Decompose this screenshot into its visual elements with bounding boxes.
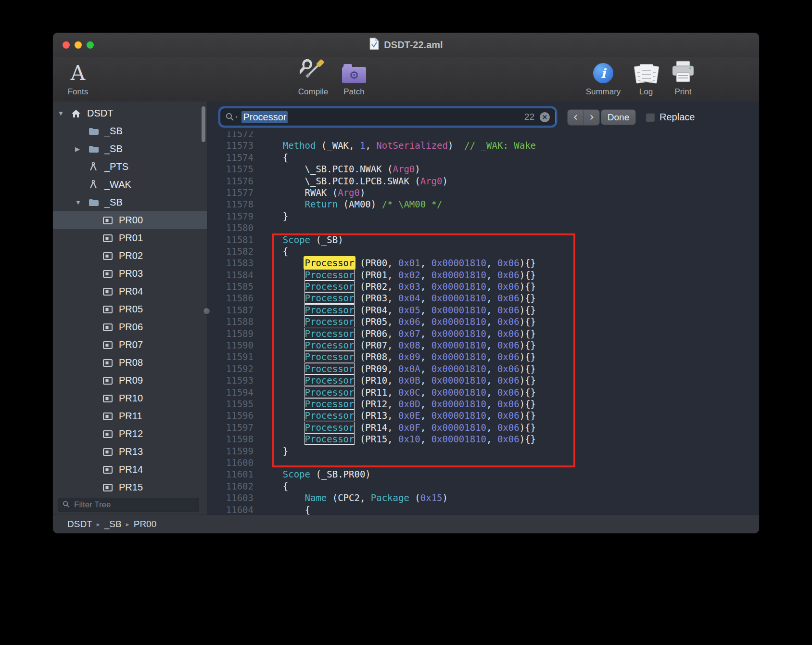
code-token: , bbox=[486, 410, 497, 421]
print-button[interactable]: Print bbox=[665, 59, 701, 97]
code-text[interactable]: \_SB.PCI0.NWAK (Arg0) bbox=[254, 163, 420, 175]
tree-item-sb[interactable]: ▼_SB bbox=[53, 194, 207, 211]
tree-item-pr09[interactable]: PR09 bbox=[53, 372, 207, 389]
tree-item-pr03[interactable]: PR03 bbox=[53, 265, 207, 283]
code-text[interactable]: { bbox=[254, 504, 310, 516]
clear-search-button[interactable]: ✕ bbox=[540, 112, 550, 122]
tree-item-dsdt[interactable]: ▼DSDT bbox=[53, 104, 207, 122]
code-text[interactable]: Processor (PR01, 0x02, 0x00001810, 0x06)… bbox=[254, 269, 536, 281]
tree-item-sb[interactable]: ▶_SB bbox=[53, 140, 207, 158]
code-text[interactable]: } bbox=[254, 445, 288, 457]
splitter-handle[interactable] bbox=[203, 308, 210, 315]
code-token: ){} bbox=[520, 305, 536, 315]
code-text[interactable]: Processor (PR14, 0x0F, 0x00001810, 0x06)… bbox=[254, 422, 536, 433]
disclosure-triangle[interactable]: ▶ bbox=[75, 145, 89, 153]
code-text[interactable]: { bbox=[254, 245, 288, 257]
code-token: (PR06, bbox=[354, 328, 398, 339]
code-text[interactable]: Processor (PR04, 0x05, 0x00001810, 0x06)… bbox=[254, 304, 536, 316]
filter-field[interactable] bbox=[58, 498, 199, 512]
next-match-button[interactable]: › bbox=[584, 110, 599, 125]
tree-item-pr01[interactable]: PR01 bbox=[53, 229, 207, 247]
log-label: Log bbox=[630, 87, 662, 97]
code-text[interactable]: Processor (PR02, 0x03, 0x00001810, 0x06)… bbox=[254, 281, 536, 292]
code-text[interactable]: Processor (PR03, 0x04, 0x00001810, 0x06)… bbox=[254, 292, 536, 304]
tree-item-sb[interactable]: _SB bbox=[53, 122, 207, 140]
code-token: , bbox=[486, 281, 497, 292]
done-button[interactable]: Done bbox=[601, 109, 636, 125]
code-token: 0x0A bbox=[398, 363, 420, 374]
code-text[interactable]: Processor (PR10, 0x0B, 0x00001810, 0x06)… bbox=[254, 374, 536, 386]
tree-item-pr12[interactable]: PR12 bbox=[53, 425, 207, 443]
code-line: 11581 Scope (_SB) bbox=[207, 234, 759, 245]
minimize-window-button[interactable] bbox=[75, 41, 82, 49]
filter-tree-input[interactable] bbox=[73, 500, 194, 510]
search-query-text: Processor bbox=[241, 111, 288, 123]
zoom-window-button[interactable] bbox=[87, 41, 94, 49]
code-text[interactable]: Processor (PR09, 0x0A, 0x00001810, 0x06)… bbox=[254, 363, 536, 374]
tree-item-pr13[interactable]: PR13 bbox=[53, 443, 207, 461]
code-text[interactable] bbox=[254, 131, 261, 140]
disclosure-triangle[interactable]: ▼ bbox=[58, 110, 71, 117]
tree-item-pts[interactable]: _PTS bbox=[53, 158, 207, 176]
line-number: 11589 bbox=[207, 328, 254, 339]
breadcrumb-item[interactable]: DSDT bbox=[67, 519, 92, 529]
code-text[interactable]: } bbox=[254, 210, 288, 222]
code-text[interactable]: Return (AM00) /* \AM00 */ bbox=[254, 198, 443, 210]
search-match-count: 22 bbox=[524, 112, 534, 122]
code-token bbox=[261, 293, 305, 303]
code-text[interactable]: Processor (PR11, 0x0C, 0x00001810, 0x06)… bbox=[254, 387, 536, 398]
code-area[interactable]: 1157211573 Method (_WAK, 1, NotSerialize… bbox=[207, 131, 759, 515]
tree-item-pr08[interactable]: PR08 bbox=[53, 354, 207, 372]
code-text[interactable] bbox=[254, 457, 261, 468]
replace-checkbox[interactable] bbox=[646, 113, 655, 122]
code-text[interactable]: Name (CPC2, Package (0x15) bbox=[254, 492, 448, 503]
previous-match-button[interactable]: ‹ bbox=[568, 110, 584, 125]
code-token: (PR04, bbox=[354, 305, 398, 315]
log-button[interactable]: Log bbox=[630, 59, 662, 97]
tree-item-pr07[interactable]: PR07 bbox=[53, 336, 207, 354]
close-window-button[interactable] bbox=[63, 41, 70, 49]
code-text[interactable]: Processor (PR06, 0x07, 0x00001810, 0x06)… bbox=[254, 328, 536, 339]
code-text[interactable]: \_SB.PCI0.LPCB.SWAK (Arg0) bbox=[254, 175, 448, 187]
tree-item-pr11[interactable]: PR11 bbox=[53, 407, 207, 425]
code-text[interactable]: Processor (PR13, 0x0E, 0x00001810, 0x06)… bbox=[254, 410, 536, 421]
tree-item-pr15[interactable]: PR15 bbox=[53, 478, 207, 496]
code-text[interactable]: Scope (_SB.PR00) bbox=[254, 468, 371, 480]
sidebar-scrollbar-thumb[interactable] bbox=[202, 106, 205, 142]
title-bar[interactable]: DSDT-22.aml bbox=[53, 33, 759, 57]
breadcrumb-item[interactable]: _SB bbox=[104, 519, 122, 529]
tree-item-wak[interactable]: _WAK bbox=[53, 176, 207, 194]
code-token: /* \AM00 */ bbox=[382, 199, 443, 209]
code-text[interactable]: Processor (PR08, 0x09, 0x00001810, 0x06)… bbox=[254, 351, 536, 362]
code-text[interactable]: { bbox=[254, 152, 288, 163]
fonts-button[interactable]: A Fonts bbox=[58, 59, 98, 97]
disclosure-triangle[interactable]: ▼ bbox=[75, 199, 89, 206]
code-text[interactable]: Processor (PR07, 0x08, 0x00001810, 0x06)… bbox=[254, 339, 536, 351]
code-text[interactable]: Processor (PR05, 0x06, 0x00001810, 0x06)… bbox=[254, 316, 536, 327]
code-text[interactable]: Processor (PR00, 0x01, 0x00001810, 0x06)… bbox=[254, 257, 536, 269]
search-scope-menu[interactable]: ▾ bbox=[226, 113, 238, 121]
tree-item-pr06[interactable]: PR06 bbox=[53, 318, 207, 336]
compile-button[interactable]: Compile bbox=[287, 59, 340, 97]
search-input[interactable]: ▾ Processor 22 ✕ bbox=[220, 108, 556, 126]
tree-item-pr00[interactable]: PR00 bbox=[53, 211, 207, 229]
tree-item-pr10[interactable]: PR10 bbox=[53, 389, 207, 407]
tree-item-pr05[interactable]: PR05 bbox=[53, 300, 207, 318]
code-token: 0x00001810 bbox=[431, 387, 486, 398]
code-text[interactable] bbox=[254, 222, 261, 233]
breadcrumb-item[interactable]: PR00 bbox=[134, 519, 157, 529]
code-text[interactable]: Scope (_SB) bbox=[254, 234, 343, 245]
tree-item-label: PR04 bbox=[117, 286, 143, 297]
code-text[interactable]: Processor (PR15, 0x10, 0x00001810, 0x06)… bbox=[254, 433, 536, 445]
tree-item-pr04[interactable]: PR04 bbox=[53, 283, 207, 300]
line-number: 11596 bbox=[207, 410, 254, 421]
code-text[interactable]: Method (_WAK, 1, NotSerialized) // _WAK:… bbox=[254, 140, 536, 151]
summary-button[interactable]: i Summary bbox=[579, 59, 627, 97]
tree-item-pr02[interactable]: PR02 bbox=[53, 247, 207, 265]
patch-button[interactable]: ⚙ Patch bbox=[332, 59, 376, 97]
fonts-icon: A bbox=[71, 63, 85, 83]
code-text[interactable]: RWAK (Arg0) bbox=[254, 187, 365, 198]
code-text[interactable]: Processor (PR12, 0x0D, 0x00001810, 0x06)… bbox=[254, 398, 536, 410]
code-text[interactable]: { bbox=[254, 480, 288, 492]
tree-item-pr14[interactable]: PR14 bbox=[53, 461, 207, 478]
